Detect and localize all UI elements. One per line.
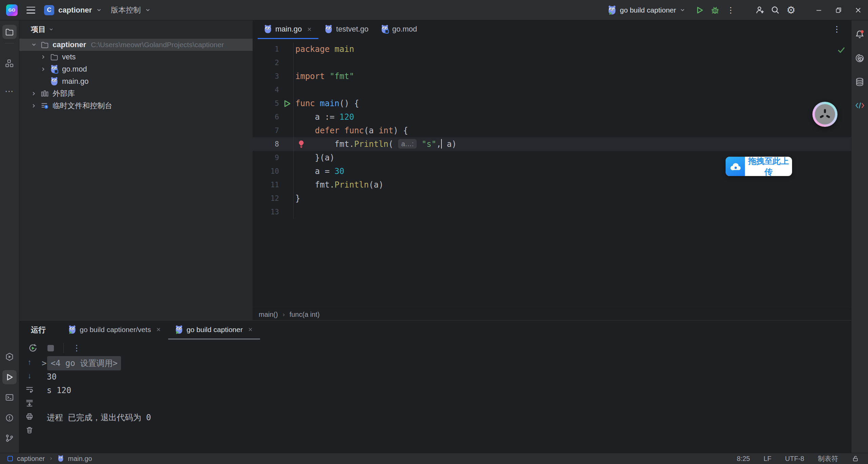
status-widget-0[interactable]: 8:25: [737, 455, 750, 463]
chevron-right-icon[interactable]: [29, 103, 39, 109]
tree-item-main.go[interactable]: main.go: [19, 75, 253, 88]
folded-command[interactable]: <4 go 设置调用>: [47, 356, 121, 370]
close-tab-icon[interactable]: [156, 327, 161, 332]
terminal-tool-icon[interactable]: [2, 390, 17, 405]
database-icon[interactable]: [853, 75, 867, 89]
run-configuration-name: go build captioner: [620, 6, 676, 14]
status-widget-3[interactable]: 制表符: [818, 454, 838, 463]
close-tab-icon[interactable]: [307, 26, 312, 32]
chevron-right-icon[interactable]: [29, 91, 39, 97]
code-text: fmt.Println(a): [294, 178, 851, 192]
project-widget[interactable]: C captioner: [44, 5, 102, 15]
ai-assistant-icon[interactable]: [853, 51, 867, 65]
chevron-down-icon[interactable]: [29, 42, 39, 48]
chevron-right-icon[interactable]: [38, 66, 48, 72]
code-text: [294, 83, 851, 97]
unlocked-icon[interactable]: [852, 455, 859, 462]
code-line-8[interactable]: 8 fmt.Println( a…: "s", a): [253, 137, 851, 151]
run-tab-go build captioner/vets[interactable]: go build captioner/vets: [61, 321, 168, 340]
scroll-to-end-icon[interactable]: [24, 399, 35, 407]
gopher-icon: [58, 455, 64, 462]
inspections-ok-icon[interactable]: [837, 46, 846, 55]
project-panel-title: 项目: [31, 24, 46, 35]
structure-tool-icon[interactable]: [2, 56, 17, 71]
debug-button[interactable]: [707, 3, 723, 18]
module-icon: [7, 456, 13, 461]
run-line-icon[interactable]: [282, 99, 292, 108]
breadcrumb-item[interactable]: main(): [259, 311, 278, 318]
run-tab-label: go build captioner: [186, 326, 243, 334]
run-configuration-selector[interactable]: go build captioner: [608, 5, 686, 15]
endpoints-icon[interactable]: [853, 98, 867, 113]
minimize-button[interactable]: [809, 0, 829, 20]
code-line-13[interactable]: 13: [253, 205, 851, 219]
status-widget-1[interactable]: LF: [764, 455, 771, 463]
up-stack-trace-icon[interactable]: ↑: [24, 358, 35, 367]
main-menu-icon[interactable]: [26, 7, 35, 14]
close-window-button[interactable]: [848, 0, 868, 20]
code-line-1[interactable]: 1package main: [253, 42, 851, 56]
status-widget-2[interactable]: UTF-8: [785, 455, 804, 463]
floating-assistant-badge[interactable]: [812, 102, 837, 127]
code-line-2[interactable]: 2: [253, 56, 851, 70]
project-tool-icon[interactable]: [2, 25, 17, 39]
tree-item-临时文件和控制台[interactable]: 临时文件和控制台: [19, 100, 253, 112]
breadcrumb-item[interactable]: func(a int): [290, 311, 320, 318]
console-fold-arrow[interactable]: >: [42, 356, 46, 370]
settings-gear-icon[interactable]: ⚙: [783, 3, 799, 18]
clear-console-icon[interactable]: [24, 426, 35, 434]
tree-item-captioner[interactable]: captionerC:\Users\meowr\GolandProjects\c…: [19, 39, 253, 51]
problems-tool-icon[interactable]: [2, 411, 17, 425]
editor-tab-testvet.go[interactable]: testvet.go: [318, 20, 374, 39]
run-toolbar: ⋮: [19, 340, 851, 356]
code-line-7[interactable]: 7 defer func(a int) {: [253, 124, 851, 137]
gopher-run-icon: [175, 325, 183, 334]
add-user-icon[interactable]: [752, 3, 768, 18]
status-file-name[interactable]: main.go: [68, 455, 92, 463]
line-number: 10: [253, 165, 294, 178]
rerun-icon[interactable]: [27, 342, 39, 354]
close-tab-icon[interactable]: [248, 327, 253, 332]
editor-tab-go.mod[interactable]: go.mod: [375, 20, 423, 39]
status-project-name[interactable]: captioner: [17, 455, 45, 463]
search-icon[interactable]: [768, 3, 783, 18]
editor-tab-main.go[interactable]: main.go: [258, 20, 318, 39]
code-line-11[interactable]: 11 fmt.Println(a): [253, 178, 851, 192]
more-tool-windows-icon[interactable]: ⋯: [2, 84, 17, 98]
notifications-bell-icon[interactable]: [853, 27, 867, 41]
project-panel-header[interactable]: 项目: [19, 20, 253, 39]
run-tool-icon[interactable]: [2, 370, 17, 384]
more-actions-icon[interactable]: ⋮: [723, 3, 738, 18]
line-number: 11: [253, 178, 294, 192]
code-line-3[interactable]: 3import "fmt": [253, 70, 851, 83]
services-tool-icon[interactable]: [2, 350, 17, 364]
console-line: 进程 已完成，退出代码为 0: [42, 411, 844, 424]
right-tool-strip: [851, 20, 868, 453]
chevron-down-icon: [96, 7, 102, 13]
tree-item-vets[interactable]: vets: [19, 51, 253, 63]
netdisk-upload-overlay[interactable]: 拖拽至此上传: [726, 157, 792, 176]
down-stack-trace-icon[interactable]: ↓: [24, 371, 35, 380]
run-button[interactable]: [692, 3, 707, 18]
tree-item-外部库[interactable]: 外部库: [19, 88, 253, 100]
intention-bulb-icon[interactable]: [297, 140, 305, 149]
print-icon[interactable]: [24, 412, 35, 421]
code-line-5[interactable]: 5func main() {: [253, 97, 851, 110]
run-tab-go build captioner[interactable]: go build captioner: [168, 321, 260, 340]
title-bar: GO C captioner 版本控制 go build captioner: [0, 0, 868, 20]
line-number: 1: [253, 42, 294, 56]
console-output: ><4 go 设置调用>30s 120进程 已完成，退出代码为 0: [42, 356, 844, 453]
vcs-widget[interactable]: 版本控制: [111, 5, 151, 15]
tree-item-go.mod[interactable]: go.mod: [19, 63, 253, 75]
version-control-tool-icon[interactable]: [2, 431, 17, 445]
restore-button[interactable]: [829, 0, 848, 20]
stop-icon[interactable]: [44, 342, 57, 354]
tab-options-icon[interactable]: ⋮: [833, 25, 841, 33]
status-breadcrumb[interactable]: captioner main.go: [0, 455, 92, 463]
code-line-12[interactable]: 12}: [253, 192, 851, 205]
code-line-4[interactable]: 4: [253, 83, 851, 97]
code-line-6[interactable]: 6 a := 120: [253, 110, 851, 124]
soft-wrap-icon[interactable]: [24, 385, 35, 394]
chevron-right-icon[interactable]: [38, 54, 48, 60]
console-more-icon[interactable]: ⋮: [71, 342, 83, 354]
